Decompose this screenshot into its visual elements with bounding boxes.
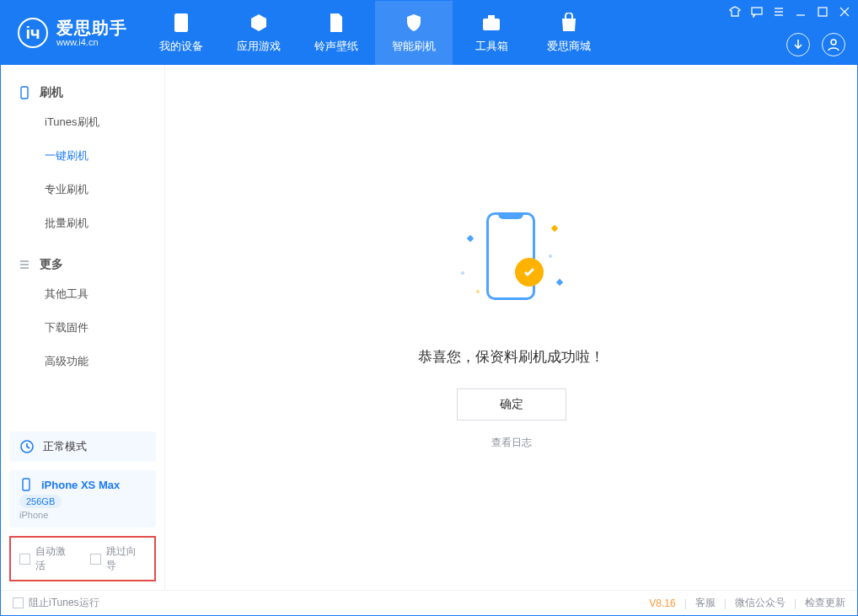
svg-rect-4 — [818, 8, 827, 16]
close-icon[interactable] — [839, 6, 850, 18]
tab-store[interactable]: 爱思商城 — [530, 1, 608, 65]
shield-refresh-icon — [403, 12, 425, 34]
account-button[interactable] — [822, 33, 845, 56]
device-type: iPhone — [19, 510, 146, 520]
section-label: 刷机 — [40, 85, 63, 100]
flash-options-highlight: 自动激活 跳过向导 — [9, 536, 156, 581]
device-model: iPhone XS Max — [41, 479, 120, 491]
svg-rect-3 — [752, 8, 762, 14]
checkbox-auto-activate[interactable]: 自动激活 — [19, 544, 75, 573]
section-label: 更多 — [40, 257, 63, 272]
music-file-icon — [325, 12, 347, 34]
minimize-icon[interactable] — [795, 6, 807, 18]
checkbox-icon — [13, 597, 24, 608]
nav-other-tools[interactable]: 其他工具 — [1, 277, 164, 311]
check-icon — [515, 258, 544, 287]
link-wechat[interactable]: 微信公众号 — [735, 596, 786, 610]
cube-icon — [248, 12, 270, 34]
checkbox-label: 跳过向导 — [106, 544, 146, 573]
nav-batch-flash[interactable]: 批量刷机 — [1, 206, 164, 240]
checkbox-icon — [19, 554, 30, 565]
device-info-card[interactable]: iPhone XS Max 256GB iPhone — [9, 470, 156, 528]
ok-button[interactable]: 确定 — [457, 388, 566, 420]
success-illustration — [453, 206, 571, 324]
app-name: 爱思助手 — [56, 19, 127, 37]
svg-rect-8 — [23, 479, 29, 490]
link-support[interactable]: 客服 — [695, 596, 716, 610]
svg-rect-2 — [488, 15, 495, 19]
tab-label: 工具箱 — [475, 39, 508, 54]
section-more: 更多 — [1, 252, 164, 277]
bag-icon — [558, 12, 580, 34]
device-area: 正常模式 iPhone XS Max 256GB iPhone 自动激活 跳过向… — [1, 431, 164, 590]
tab-label: 铃声壁纸 — [314, 39, 358, 54]
section-flash: 刷机 — [1, 80, 164, 105]
phone-icon — [18, 86, 31, 99]
checkbox-label: 阻止iTunes运行 — [29, 596, 99, 610]
toolbox-icon — [480, 12, 502, 34]
title-bar: iч 爱思助手 www.i4.cn 我的设备 应用游戏 铃声壁纸 智能刷机 工具… — [1, 1, 857, 65]
checkbox-skip-guide[interactable]: 跳过向导 — [90, 544, 146, 573]
nav-download-firmware[interactable]: 下载固件 — [1, 311, 164, 345]
version-label: V8.16 — [649, 597, 675, 609]
tab-label: 爱思商城 — [547, 39, 591, 54]
feedback-icon[interactable] — [751, 6, 763, 18]
device-icon — [170, 12, 192, 34]
tab-toolbox[interactable]: 工具箱 — [453, 1, 530, 65]
checkbox-label: 自动激活 — [35, 544, 75, 573]
app-logo: iч 爱思助手 www.i4.cn — [1, 1, 142, 65]
link-check-update[interactable]: 检查更新 — [805, 596, 845, 610]
sidebar: 刷机 iTunes刷机 一键刷机 专业刷机 批量刷机 更多 其他工具 下载固件 … — [1, 65, 165, 590]
list-icon — [18, 258, 31, 271]
svg-point-5 — [831, 40, 836, 45]
svg-rect-0 — [174, 13, 188, 32]
downloads-button[interactable] — [786, 33, 810, 56]
svg-rect-1 — [483, 19, 500, 30]
tab-label: 应用游戏 — [237, 39, 281, 54]
main-content: 恭喜您，保资料刷机成功啦！ 确定 查看日志 — [165, 65, 857, 590]
view-log-link[interactable]: 查看日志 — [491, 436, 532, 450]
checkbox-icon — [90, 554, 101, 565]
app-url: www.i4.cn — [56, 37, 127, 47]
tab-my-device[interactable]: 我的设备 — [142, 1, 220, 65]
maximize-icon[interactable] — [817, 6, 829, 18]
tab-label: 我的设备 — [159, 39, 203, 54]
header-actions — [786, 33, 845, 56]
svg-rect-6 — [21, 87, 28, 99]
nav-itunes-flash[interactable]: iTunes刷机 — [1, 105, 164, 139]
success-panel: 恭喜您，保资料刷机成功啦！ 确定 查看日志 — [418, 206, 604, 450]
logo-icon: iч — [18, 18, 48, 48]
phone-small-icon — [19, 478, 33, 491]
device-mode-label: 正常模式 — [43, 439, 87, 454]
nav-advanced[interactable]: 高级功能 — [1, 345, 164, 378]
tab-ringtones[interactable]: 铃声壁纸 — [298, 1, 375, 65]
status-bar: 阻止iTunes运行 V8.16 | 客服 | 微信公众号 | 检查更新 — [1, 590, 857, 615]
device-mode-card[interactable]: 正常模式 — [9, 431, 156, 462]
tab-label: 智能刷机 — [392, 39, 436, 54]
main-tabs: 我的设备 应用游戏 铃声壁纸 智能刷机 工具箱 爱思商城 — [142, 1, 608, 65]
tab-apps-games[interactable]: 应用游戏 — [220, 1, 298, 65]
checkbox-block-itunes[interactable]: 阻止iTunes运行 — [13, 596, 99, 610]
device-storage-badge: 256GB — [19, 495, 62, 508]
success-message: 恭喜您，保资料刷机成功啦！ — [418, 347, 604, 367]
refresh-icon — [19, 439, 35, 454]
shirt-icon[interactable] — [729, 6, 741, 18]
nav-pro-flash[interactable]: 专业刷机 — [1, 173, 164, 206]
window-controls — [729, 6, 850, 18]
menu-icon[interactable] — [773, 6, 785, 18]
nav-one-click-flash[interactable]: 一键刷机 — [1, 139, 164, 173]
tab-smart-flash[interactable]: 智能刷机 — [375, 1, 453, 65]
